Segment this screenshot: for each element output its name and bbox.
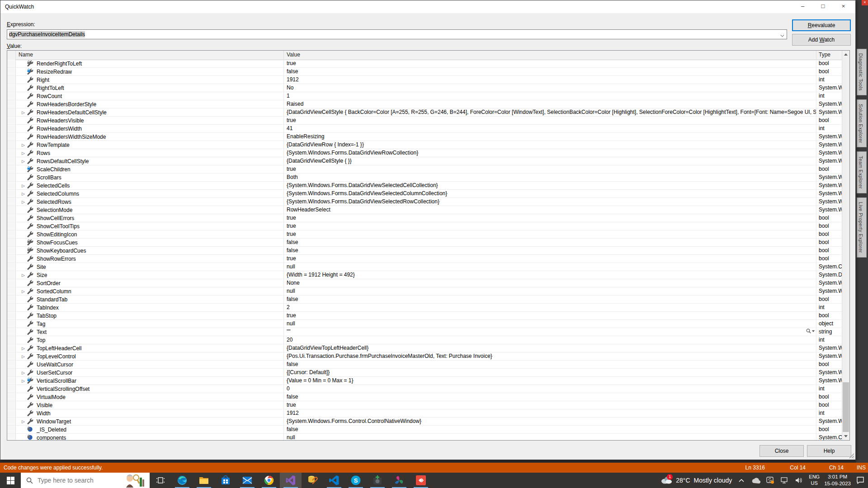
task-view-button[interactable] [150, 473, 171, 488]
status-line[interactable]: Ln 3316 [745, 465, 765, 471]
vertical-scrollbar[interactable] [842, 51, 849, 440]
expression-combobox[interactable]: dgvPurchaseInvoiceItemDetails [7, 29, 787, 39]
taskbar-skype-icon[interactable]: S [345, 473, 367, 488]
watch-row[interactable]: RowCount1int [7, 92, 842, 100]
expand-arrow-icon[interactable]: ▷ [16, 183, 27, 188]
watch-row[interactable]: ▷UserSetCursor{[Cursor: Default]}System.… [7, 369, 842, 377]
onedrive-icon[interactable] [751, 475, 761, 486]
add-watch-button[interactable]: Add Watch [792, 34, 851, 46]
close-button[interactable]: Close [760, 445, 804, 457]
language-indicator[interactable]: ENGUS [809, 474, 820, 487]
watch-row[interactable]: ▷SelectedCells{System.Windows.Forms.Data… [7, 182, 842, 190]
watch-row[interactable]: ShowFocusCuesfalsebool [7, 239, 842, 247]
expand-arrow-icon[interactable]: ▷ [16, 273, 27, 277]
taskbar-edge-icon[interactable] [171, 473, 193, 488]
watch-row[interactable]: ▷RowHeadersDefaultCellStyle{DataGridView… [7, 108, 842, 117]
vs-side-tab-team-explorer[interactable]: Team Explorer [857, 151, 867, 193]
column-header-type[interactable]: Type [816, 51, 842, 60]
expand-arrow-icon[interactable]: ▷ [16, 192, 27, 196]
watch-row[interactable]: ▷SelectedRows{System.Windows.Forms.DataG… [7, 198, 842, 206]
watch-row[interactable]: SitenullSystem.C [7, 263, 842, 271]
taskbar-search[interactable] [21, 473, 150, 488]
watch-row[interactable]: ShowKeyboardCuesfalsebool [7, 247, 842, 255]
vs-side-tab-solution-explorer[interactable]: Solution Explorer [857, 99, 867, 148]
watch-row[interactable]: ▷RowsDefaultCellStyle{DataGridViewCellSt… [7, 157, 842, 165]
expand-arrow-icon[interactable]: ▷ [16, 143, 27, 147]
show-hidden-icons-button[interactable] [736, 475, 746, 486]
watch-row[interactable]: ShowRowErrorstruebool [7, 255, 842, 263]
expand-arrow-icon[interactable]: ▷ [16, 200, 27, 204]
weather-widget[interactable]: 1 28°C Mostly cloudy [660, 476, 732, 485]
start-button[interactable] [0, 473, 21, 488]
watch-row[interactable]: Text""string [7, 328, 842, 336]
text-visualizer-button[interactable] [806, 328, 815, 333]
watch-row[interactable]: ShowCellErrorstruebool [7, 214, 842, 222]
watch-row[interactable]: ▷WindowTarget{System.Windows.Forms.Contr… [7, 418, 842, 426]
watch-row[interactable]: TabStoptruebool [7, 312, 842, 320]
minimize-button[interactable]: – [793, 0, 813, 13]
status-char[interactable]: Ch 14 [829, 465, 844, 471]
clock[interactable]: 3:01 PM15-09-2023 [824, 474, 851, 487]
sync-status-icon[interactable] [765, 475, 775, 486]
watch-row[interactable]: Visibletruebool [7, 401, 842, 409]
vs-side-tab-diagnostic-tools[interactable]: Diagnostic Tools [857, 49, 867, 95]
expand-arrow-icon[interactable]: ▷ [16, 110, 27, 115]
watch-row[interactable]: StandardTabfalsebool [7, 296, 842, 304]
watch-row[interactable]: ▷TopLeftHeaderCell{DataGridViewTopLeftHe… [7, 344, 842, 352]
column-header-value[interactable]: Value [284, 51, 816, 60]
taskbar-red-app-icon[interactable] [410, 473, 432, 488]
taskbar-visual-studio-icon[interactable] [280, 473, 302, 488]
search-highlight-image[interactable] [124, 473, 145, 488]
watch-row[interactable]: Right1912int [7, 76, 842, 84]
help-button[interactable]: Help [807, 445, 851, 457]
vs-close-button[interactable]: × [862, 0, 868, 5]
watch-row[interactable]: VirtualModefalsebool [7, 393, 842, 401]
watch-row[interactable]: ▷VerticalScrollBar{Value = 0 Min = 0 Max… [7, 377, 842, 385]
watch-row[interactable]: ▷SortedColumnnullSystem.W [7, 287, 842, 296]
watch-row[interactable]: componentsnullSystem.C [7, 434, 842, 440]
watch-row[interactable]: ▷SelectedColumns{System.Windows.Forms.Da… [7, 190, 842, 198]
expand-arrow-icon[interactable]: ▷ [16, 346, 27, 351]
search-input[interactable] [37, 476, 115, 484]
vs-side-tab-live-property-explorer[interactable]: Live Property Explorer [857, 197, 867, 258]
volume-icon[interactable] [794, 475, 804, 486]
titlebar[interactable]: QuickWatch – □ × [0, 0, 855, 13]
action-center-button[interactable] [855, 475, 865, 486]
watch-row[interactable]: ▷RowTemplate{DataGridViewRow { Index=-1 … [7, 141, 842, 149]
watch-row[interactable]: SelectionModeRowHeaderSelectSystem.W [7, 206, 842, 214]
expand-arrow-icon[interactable]: ▷ [16, 354, 27, 359]
watch-row[interactable]: ▷Size{Width = 1912 Height = 492}System.D [7, 271, 842, 279]
watch-row[interactable]: SortOrderNoneSystem.W [7, 279, 842, 287]
watch-row[interactable]: RenderRightToLefttruebool [7, 60, 842, 68]
watch-row[interactable]: ResizeRedrawfalsebool [7, 68, 842, 76]
reevaluate-button[interactable]: Reevaluate [792, 19, 851, 31]
taskbar-store-icon[interactable] [215, 473, 236, 488]
status-column[interactable]: Col 14 [790, 465, 806, 471]
watch-row[interactable]: ▷Rows{System.Windows.Forms.DataGridViewR… [7, 149, 842, 157]
watch-row[interactable]: ScaleChildrentruebool [7, 165, 842, 174]
expand-arrow-icon[interactable]: ▷ [16, 289, 27, 294]
expand-arrow-icon[interactable]: ▷ [16, 379, 27, 383]
taskbar-file-explorer-icon[interactable] [193, 473, 215, 488]
taskbar-sql-tool-icon[interactable] [302, 473, 323, 488]
watch-row[interactable]: Tagnullobject [7, 320, 842, 328]
taskbar-github-desktop-icon[interactable] [367, 473, 388, 488]
expand-arrow-icon[interactable]: ▷ [16, 151, 27, 155]
watch-row[interactable]: _IS_Deletedfalsebool [7, 426, 842, 434]
column-header-name[interactable]: Name [16, 51, 284, 60]
watch-row[interactable]: ShowCellToolTipstruebool [7, 222, 842, 230]
taskbar-vscode-icon[interactable] [323, 473, 345, 488]
watch-row[interactable]: RightToLeftNoSystem.W [7, 84, 842, 92]
expand-arrow-icon[interactable]: ▷ [16, 419, 27, 424]
watch-row[interactable]: VerticalScrollingOffset0int [7, 385, 842, 393]
scrollbar-thumb[interactable] [843, 382, 849, 432]
watch-row[interactable]: ▷TopLevelControl{Pos.Ui.Transaction.Purc… [7, 352, 842, 361]
network-display-icon[interactable] [780, 475, 790, 486]
status-insert-mode[interactable]: INS [857, 465, 866, 471]
scroll-down-icon[interactable] [842, 432, 849, 440]
watch-row[interactable]: ShowEditingIcontruebool [7, 230, 842, 239]
watch-row[interactable]: TabIndex2int [7, 304, 842, 312]
watch-row[interactable]: RowHeadersWidthSizeModeEnableResizingSys… [7, 133, 842, 141]
watch-row[interactable]: UseWaitCursorfalsebool [7, 361, 842, 369]
expand-arrow-icon[interactable]: ▷ [16, 371, 27, 375]
